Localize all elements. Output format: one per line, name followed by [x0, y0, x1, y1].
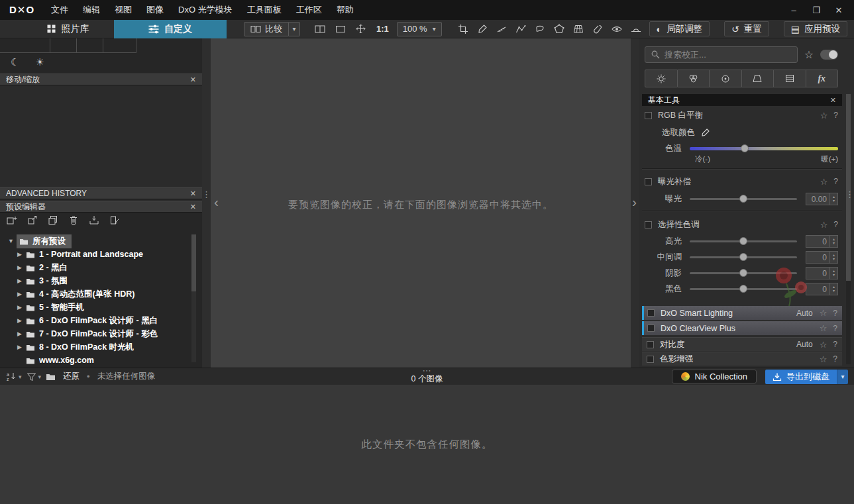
selective-tone-checkbox[interactable]	[645, 221, 652, 228]
midtones-slider[interactable]	[690, 252, 797, 262]
tree-item[interactable]: ▶2 - 黑白	[0, 261, 191, 274]
sort-control[interactable]: az ▾	[6, 372, 22, 381]
tree-scrollbar[interactable]	[191, 234, 196, 362]
close-icon[interactable]: ✕	[830, 96, 836, 105]
filter-tab-local[interactable]	[774, 70, 806, 87]
perspective-tool-button[interactable]	[573, 24, 584, 34]
tab-photo-library[interactable]: 照片库	[21, 20, 114, 38]
tree-item[interactable]: ▶8 - DxO FilmPack 时光机	[0, 340, 191, 354]
search-input[interactable]	[665, 50, 792, 60]
white-balance-checkbox[interactable]	[645, 112, 652, 119]
export-to-disk-button[interactable]: 导出到磁盘	[765, 370, 837, 384]
menu-tool-panels[interactable]: 工具面板	[240, 1, 289, 19]
tree-item[interactable]: ▶4 - 高动态范围(单张 HDR)	[0, 287, 191, 301]
pick-color-row[interactable]: 选取颜色	[662, 126, 710, 138]
favorite-icon[interactable]: ☆	[820, 354, 827, 364]
help-icon[interactable]: ?	[833, 340, 837, 349]
right-splitter[interactable]: ›	[631, 38, 639, 368]
tree-item[interactable]: ▶3 - 氛围	[0, 274, 191, 287]
zoom-level-select[interactable]: 100 % ▾	[397, 22, 442, 36]
expand-arrow-icon[interactable]: ▶	[17, 264, 26, 271]
polygon-tool-button[interactable]	[554, 24, 564, 34]
filter-tab-detail[interactable]	[710, 70, 742, 87]
menu-help[interactable]: 帮助	[329, 1, 361, 19]
value-stepper[interactable]: ▴▾	[829, 236, 837, 247]
collapse-arrow-icon[interactable]: ▼	[8, 238, 17, 244]
folder-control[interactable]	[46, 373, 56, 381]
midtones-value[interactable]: 0▴▾	[806, 251, 838, 264]
panel-edge-handle-icon[interactable]: ⋮	[845, 189, 854, 199]
slider-thumb[interactable]	[739, 253, 747, 261]
active-corrections-toggle[interactable]	[820, 50, 838, 60]
step-down-icon[interactable]: ▾	[833, 273, 835, 277]
step-down-icon[interactable]: ▾	[833, 257, 835, 261]
help-icon[interactable]: ?	[833, 309, 837, 318]
scrollbar-thumb[interactable]	[846, 94, 851, 281]
help-icon[interactable]: ?	[833, 111, 838, 120]
menu-image[interactable]: 图像	[139, 1, 171, 19]
favorite-icon[interactable]: ☆	[820, 111, 828, 121]
menu-optical-modules[interactable]: DxO 光学模块	[171, 1, 240, 19]
close-icon[interactable]: ✕	[190, 76, 196, 84]
value-stepper[interactable]: ▴▾	[829, 252, 837, 263]
tree-item-all-presets[interactable]: ▼ 所有预设	[0, 234, 191, 248]
color-enhance-row[interactable]: 色彩增强 ☆?	[642, 352, 842, 366]
split-view-button[interactable]	[315, 25, 325, 33]
favorite-icon[interactable]: ☆	[820, 323, 827, 333]
filter-tab-color[interactable]	[678, 70, 710, 87]
expand-arrow-icon[interactable]: ▶	[17, 317, 26, 324]
show-corrections-eye-button[interactable]	[612, 24, 622, 34]
night-mode-icon[interactable]: ☾	[11, 56, 19, 68]
local-adjustments-button[interactable]: ◐ 局部调整	[649, 21, 710, 36]
expand-arrow-icon[interactable]: ▶	[17, 344, 26, 350]
highlights-value[interactable]: 0▴▾	[806, 235, 838, 248]
highlights-slider[interactable]	[690, 236, 797, 246]
export-preset-button[interactable]	[27, 215, 38, 225]
horizon-tool-button[interactable]	[631, 24, 641, 34]
close-button[interactable]: ✕	[827, 1, 850, 19]
favorite-icon[interactable]: ☆	[820, 340, 827, 350]
control-points-tool-button[interactable]	[515, 24, 526, 34]
collapse-right-panel-icon[interactable]: ›	[632, 195, 637, 209]
filter-tab-geometry[interactable]	[742, 70, 774, 87]
tree-item[interactable]: www.x6g.com	[0, 354, 191, 367]
slider-thumb[interactable]	[739, 237, 747, 245]
minimize-button[interactable]: –	[782, 1, 805, 19]
menu-workspace[interactable]: 工作区	[289, 1, 329, 19]
restore-button[interactable]: 还原	[63, 371, 80, 382]
exposure-checkbox[interactable]	[645, 178, 652, 185]
help-icon[interactable]: ?	[833, 177, 838, 186]
tree-item[interactable]: ▶6 - DxO FilmPack 设计师 - 黑白	[0, 314, 191, 327]
menu-edit[interactable]: 编辑	[76, 1, 107, 19]
close-icon[interactable]: ✕	[190, 203, 196, 211]
favorite-icon[interactable]: ☆	[820, 308, 827, 318]
compare-button[interactable]: 比较	[244, 22, 289, 36]
splitter-handle-icon[interactable]: ⋮	[202, 189, 211, 199]
smart-lighting-checkbox[interactable]	[647, 309, 655, 317]
menu-file[interactable]: 文件	[44, 1, 76, 19]
left-splitter[interactable]: ⋮	[202, 38, 211, 368]
delete-preset-button[interactable]	[68, 215, 79, 225]
color-enhance-checkbox[interactable]	[647, 356, 654, 363]
expand-arrow-icon[interactable]: ▶	[17, 291, 26, 297]
value-stepper[interactable]: ▴▾	[829, 268, 837, 279]
exposure-value[interactable]: 0.00 ▴▾	[806, 193, 838, 205]
step-down-icon[interactable]: ▾	[833, 241, 835, 245]
slider-thumb[interactable]	[741, 144, 749, 152]
slider-thumb[interactable]	[739, 195, 747, 203]
contrast-row[interactable]: 对比度 Auto☆?	[642, 337, 842, 351]
smart-lighting-row[interactable]: DxO Smart Lighting Auto☆?	[642, 306, 842, 320]
favorite-icon[interactable]: ☆	[820, 220, 828, 230]
crop-tool-button[interactable]	[458, 24, 468, 34]
clearview-checkbox[interactable]	[647, 325, 655, 332]
menu-view[interactable]: 视图	[107, 1, 139, 19]
import-preset-button[interactable]	[89, 215, 99, 225]
step-down-icon[interactable]: ▾	[833, 289, 835, 293]
favorite-icon[interactable]: ☆	[820, 177, 828, 187]
fit-view-button[interactable]	[335, 25, 346, 33]
new-preset-button[interactable]	[7, 215, 17, 225]
attach-tool-button[interactable]	[592, 24, 603, 34]
eyedropper-tool-button[interactable]	[477, 24, 488, 34]
help-icon[interactable]: ?	[833, 324, 837, 333]
step-down-icon[interactable]: ▾	[833, 199, 835, 203]
